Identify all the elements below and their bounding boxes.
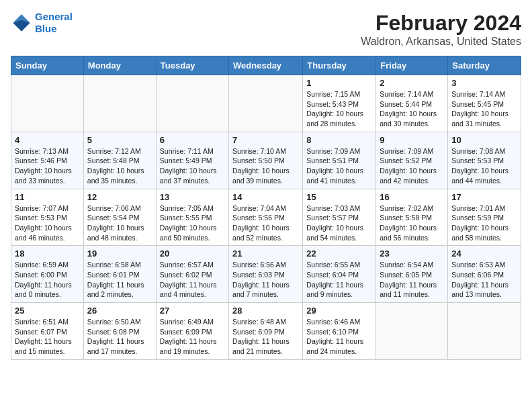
calendar-cell: 20Sunrise: 6:57 AM Sunset: 6:02 PM Dayli… bbox=[156, 246, 228, 303]
calendar-cell: 11Sunrise: 7:07 AM Sunset: 5:53 PM Dayli… bbox=[11, 189, 84, 246]
weekday-header-friday: Friday bbox=[376, 56, 448, 75]
day-number: 1 bbox=[306, 78, 372, 88]
day-detail: Sunrise: 7:11 AM Sunset: 5:49 PM Dayligh… bbox=[160, 146, 225, 186]
day-detail: Sunrise: 6:50 AM Sunset: 6:08 PM Dayligh… bbox=[87, 317, 152, 357]
logo-icon bbox=[11, 12, 32, 34]
calendar-cell: 16Sunrise: 7:02 AM Sunset: 5:58 PM Dayli… bbox=[376, 189, 448, 246]
day-detail: Sunrise: 6:56 AM Sunset: 6:03 PM Dayligh… bbox=[232, 260, 299, 300]
calendar-body: 1Sunrise: 7:15 AM Sunset: 5:43 PM Daylig… bbox=[11, 75, 521, 360]
day-number: 18 bbox=[15, 248, 80, 259]
calendar-cell: 17Sunrise: 7:01 AM Sunset: 5:59 PM Dayli… bbox=[448, 189, 521, 246]
day-detail: Sunrise: 7:05 AM Sunset: 5:55 PM Dayligh… bbox=[160, 203, 225, 243]
calendar-cell: 15Sunrise: 7:03 AM Sunset: 5:57 PM Dayli… bbox=[303, 189, 376, 246]
calendar-cell: 12Sunrise: 7:06 AM Sunset: 5:54 PM Dayli… bbox=[83, 189, 156, 246]
week-row-4: 25Sunrise: 6:51 AM Sunset: 6:07 PM Dayli… bbox=[11, 303, 521, 360]
calendar-cell: 9Sunrise: 7:09 AM Sunset: 5:52 PM Daylig… bbox=[376, 132, 448, 189]
calendar-cell: 1Sunrise: 7:15 AM Sunset: 5:43 PM Daylig… bbox=[303, 75, 376, 132]
day-detail: Sunrise: 7:15 AM Sunset: 5:43 PM Dayligh… bbox=[306, 89, 372, 129]
day-detail: Sunrise: 7:08 AM Sunset: 5:53 PM Dayligh… bbox=[451, 146, 517, 186]
weekday-header-saturday: Saturday bbox=[448, 56, 521, 75]
day-number: 26 bbox=[87, 306, 152, 316]
calendar-cell bbox=[11, 75, 84, 132]
calendar-cell: 23Sunrise: 6:54 AM Sunset: 6:05 PM Dayli… bbox=[376, 246, 448, 303]
day-number: 29 bbox=[306, 306, 372, 316]
day-detail: Sunrise: 7:04 AM Sunset: 5:56 PM Dayligh… bbox=[232, 203, 299, 243]
week-row-0: 1Sunrise: 7:15 AM Sunset: 5:43 PM Daylig… bbox=[11, 75, 521, 132]
day-detail: Sunrise: 6:49 AM Sunset: 6:09 PM Dayligh… bbox=[160, 317, 225, 357]
calendar-cell: 6Sunrise: 7:11 AM Sunset: 5:49 PM Daylig… bbox=[156, 132, 228, 189]
calendar-cell: 22Sunrise: 6:55 AM Sunset: 6:04 PM Dayli… bbox=[303, 246, 376, 303]
weekday-row: SundayMondayTuesdayWednesdayThursdayFrid… bbox=[11, 56, 521, 75]
day-detail: Sunrise: 6:58 AM Sunset: 6:01 PM Dayligh… bbox=[87, 260, 152, 300]
day-detail: Sunrise: 7:06 AM Sunset: 5:54 PM Dayligh… bbox=[87, 203, 152, 243]
day-detail: Sunrise: 7:01 AM Sunset: 5:59 PM Dayligh… bbox=[451, 203, 517, 243]
day-detail: Sunrise: 7:10 AM Sunset: 5:50 PM Dayligh… bbox=[232, 146, 299, 186]
logo: General Blue bbox=[11, 11, 73, 35]
calendar-cell: 21Sunrise: 6:56 AM Sunset: 6:03 PM Dayli… bbox=[229, 246, 303, 303]
day-detail: Sunrise: 7:14 AM Sunset: 5:45 PM Dayligh… bbox=[451, 89, 517, 129]
day-number: 22 bbox=[306, 248, 372, 259]
calendar-cell bbox=[229, 75, 303, 132]
calendar-title: February 2024 bbox=[361, 11, 521, 36]
calendar-cell: 25Sunrise: 6:51 AM Sunset: 6:07 PM Dayli… bbox=[11, 303, 84, 360]
calendar-cell: 5Sunrise: 7:12 AM Sunset: 5:48 PM Daylig… bbox=[83, 132, 156, 189]
calendar-cell: 10Sunrise: 7:08 AM Sunset: 5:53 PM Dayli… bbox=[448, 132, 521, 189]
calendar-cell: 29Sunrise: 6:46 AM Sunset: 6:10 PM Dayli… bbox=[303, 303, 376, 360]
day-number: 11 bbox=[15, 192, 80, 202]
calendar-table: SundayMondayTuesdayWednesdayThursdayFrid… bbox=[11, 56, 521, 360]
day-number: 13 bbox=[160, 192, 225, 202]
day-detail: Sunrise: 7:12 AM Sunset: 5:48 PM Dayligh… bbox=[87, 146, 152, 186]
calendar-cell: 3Sunrise: 7:14 AM Sunset: 5:45 PM Daylig… bbox=[448, 75, 521, 132]
day-number: 3 bbox=[451, 78, 517, 88]
week-row-1: 4Sunrise: 7:13 AM Sunset: 5:46 PM Daylig… bbox=[11, 132, 521, 189]
day-number: 6 bbox=[160, 135, 225, 145]
day-number: 12 bbox=[87, 192, 152, 202]
calendar-cell bbox=[156, 75, 228, 132]
day-number: 9 bbox=[380, 135, 444, 145]
day-number: 24 bbox=[451, 248, 517, 259]
day-detail: Sunrise: 6:51 AM Sunset: 6:07 PM Dayligh… bbox=[15, 317, 80, 357]
week-row-2: 11Sunrise: 7:07 AM Sunset: 5:53 PM Dayli… bbox=[11, 189, 521, 246]
day-detail: Sunrise: 6:53 AM Sunset: 6:06 PM Dayligh… bbox=[451, 260, 517, 300]
title-block: February 2024 Waldron, Arkansas, United … bbox=[361, 11, 521, 48]
day-detail: Sunrise: 7:02 AM Sunset: 5:58 PM Dayligh… bbox=[380, 203, 444, 243]
calendar-cell: 26Sunrise: 6:50 AM Sunset: 6:08 PM Dayli… bbox=[83, 303, 156, 360]
calendar-cell bbox=[376, 303, 448, 360]
day-number: 23 bbox=[380, 248, 444, 259]
calendar-cell: 8Sunrise: 7:09 AM Sunset: 5:51 PM Daylig… bbox=[303, 132, 376, 189]
calendar-cell: 24Sunrise: 6:53 AM Sunset: 6:06 PM Dayli… bbox=[448, 246, 521, 303]
day-detail: Sunrise: 7:09 AM Sunset: 5:52 PM Dayligh… bbox=[380, 146, 444, 186]
day-number: 15 bbox=[306, 192, 372, 202]
day-detail: Sunrise: 6:57 AM Sunset: 6:02 PM Dayligh… bbox=[160, 260, 225, 300]
day-number: 25 bbox=[15, 306, 80, 316]
calendar-cell: 13Sunrise: 7:05 AM Sunset: 5:55 PM Dayli… bbox=[156, 189, 228, 246]
weekday-header-thursday: Thursday bbox=[303, 56, 376, 75]
day-detail: Sunrise: 7:13 AM Sunset: 5:46 PM Dayligh… bbox=[15, 146, 80, 186]
weekday-header-wednesday: Wednesday bbox=[229, 56, 303, 75]
calendar-cell: 2Sunrise: 7:14 AM Sunset: 5:44 PM Daylig… bbox=[376, 75, 448, 132]
calendar-cell: 7Sunrise: 7:10 AM Sunset: 5:50 PM Daylig… bbox=[229, 132, 303, 189]
day-detail: Sunrise: 6:55 AM Sunset: 6:04 PM Dayligh… bbox=[306, 260, 372, 300]
weekday-header-monday: Monday bbox=[83, 56, 156, 75]
calendar-header: SundayMondayTuesdayWednesdayThursdayFrid… bbox=[11, 56, 521, 75]
calendar-cell bbox=[83, 75, 156, 132]
page-header: General Blue February 2024 Waldron, Arka… bbox=[11, 11, 521, 48]
calendar-cell: 18Sunrise: 6:59 AM Sunset: 6:00 PM Dayli… bbox=[11, 246, 84, 303]
day-number: 8 bbox=[306, 135, 372, 145]
day-detail: Sunrise: 7:07 AM Sunset: 5:53 PM Dayligh… bbox=[15, 203, 80, 243]
week-row-3: 18Sunrise: 6:59 AM Sunset: 6:00 PM Dayli… bbox=[11, 246, 521, 303]
day-number: 5 bbox=[87, 135, 152, 145]
calendar-cell: 28Sunrise: 6:48 AM Sunset: 6:09 PM Dayli… bbox=[229, 303, 303, 360]
calendar-cell: 14Sunrise: 7:04 AM Sunset: 5:56 PM Dayli… bbox=[229, 189, 303, 246]
day-detail: Sunrise: 7:03 AM Sunset: 5:57 PM Dayligh… bbox=[306, 203, 372, 243]
day-number: 16 bbox=[380, 192, 444, 202]
day-number: 7 bbox=[232, 135, 299, 145]
day-number: 14 bbox=[232, 192, 299, 202]
weekday-header-tuesday: Tuesday bbox=[156, 56, 228, 75]
day-number: 2 bbox=[380, 78, 444, 88]
day-number: 10 bbox=[451, 135, 517, 145]
calendar-cell: 4Sunrise: 7:13 AM Sunset: 5:46 PM Daylig… bbox=[11, 132, 84, 189]
day-number: 28 bbox=[232, 306, 299, 316]
day-number: 17 bbox=[451, 192, 517, 202]
day-detail: Sunrise: 6:48 AM Sunset: 6:09 PM Dayligh… bbox=[232, 317, 299, 357]
